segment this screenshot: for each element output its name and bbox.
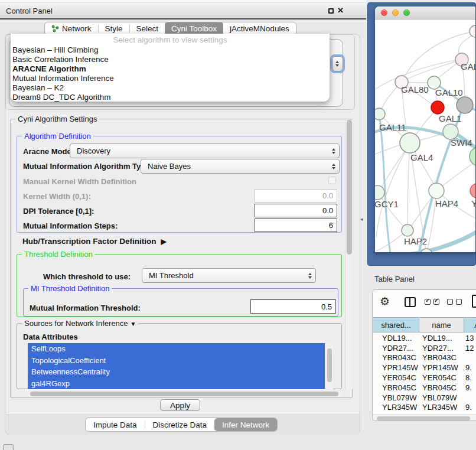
network-svg: GAL2GAL80GAL10GAL1GAL11SWI4GAL4GCY1HAP4Y… [375,19,476,252]
algorithm-option-selected[interactable]: ARACNE Algorithm [11,64,330,74]
split-view-icon[interactable] [405,297,416,307]
network-node-salmon-right[interactable] [470,184,476,198]
algorithm-option[interactable]: Dream8 DC_TDC Algorithm [11,93,330,102]
table-row[interactable]: YBR045CYBR045C9. [373,383,476,393]
attribute-item[interactable]: TopologicalCoefficient [28,355,325,367]
algorithm-option[interactable]: Mutual Information Inference [11,74,330,83]
which-threshold-combo[interactable]: MI Threshold [142,268,316,283]
table-cell: YBR043C [419,353,464,362]
checked-checkbox-icon[interactable] [433,299,439,305]
scrollbar-thumb[interactable] [377,416,470,420]
tab-select[interactable]: Select [130,22,165,35]
data-attributes-list[interactable]: SelfLoops TopologicalCoefficient Between… [28,343,325,390]
mi-threshold-label: Mutual Information Threshold: [30,304,141,312]
gear-icon[interactable]: ⚙ [380,295,390,308]
table-rows: YDL19...YDL19...13YDR27...YDR27...12YBR0… [373,333,476,415]
tab-impute-data[interactable]: Impute Data [86,418,145,431]
dpi-tolerance-field[interactable]: 0.0 [255,204,337,217]
mi-threshold-field[interactable]: 0.5 [250,299,336,314]
network-view-frame[interactable]: GAL2GAL80GAL10GAL1GAL11SWI4GAL4GCY1HAP4Y… [367,2,476,266]
table-cell: YPR145W [373,363,419,372]
tab-jactivemnodules[interactable]: jActiveMNodules [223,22,296,35]
aracne-mode-combo[interactable]: Discovery [70,144,340,158]
tab-discretize-data[interactable]: Discretize Data [145,418,215,431]
collapse-divider-icon[interactable]: ◂ [360,216,363,222]
algorithm-option[interactable]: Bayesian – Hill Climbing [11,45,330,55]
network-edge [407,143,410,225]
mi-steps-field[interactable]: 6 [255,219,337,232]
minimize-traffic-icon[interactable] [392,9,399,16]
algorithm-definition-group: Algorithm Definition Aracne Mode: Discov… [17,136,342,233]
attribute-item[interactable]: BetweennessCentrality [28,366,325,378]
algorithm-option[interactable]: Bayesian – K2 [11,83,330,93]
tab-infer-network[interactable]: Infer Network [214,418,277,431]
algorithm-option[interactable]: Basic Correlation Inference [11,55,330,64]
network-node-green-right[interactable] [470,147,476,166]
table-row[interactable]: YDL19...YDL19...13 [373,333,476,343]
settings-horizontal-scrollbar[interactable] [28,390,344,397]
settings-vertical-scrollbar[interactable] [345,120,353,389]
table-row[interactable]: YLR345WYLR345W9. [373,403,476,413]
network-node-top-partial[interactable] [470,25,476,37]
mi-type-combo[interactable]: Naive Bayes [141,159,340,174]
expand-right-icon: ▶ [161,237,167,246]
network-node-label: GAL10 [435,87,463,97]
document-icon[interactable] [472,295,476,308]
column-header-name[interactable]: name [419,318,464,332]
scrollbar-thumb[interactable] [30,392,338,396]
table-row[interactable]: YDR27...YDR27...12 [373,343,476,353]
aracne-mode-value: Discovery [77,146,110,155]
table-row[interactable]: YER054CYER054C8. [373,373,476,383]
unchecked-checkbox-icon[interactable] [447,299,453,305]
corner-widget-icon[interactable] [3,444,14,450]
zoom-traffic-icon[interactable] [403,9,410,16]
tab-cyni-toolbox[interactable]: Cyni Toolbox [165,22,223,35]
mi-steps-value: 6 [329,221,333,230]
which-threshold-value: MI Threshold [149,271,194,280]
network-node-GCY1[interactable] [375,185,384,200]
attribute-item[interactable]: SelfLoops [28,343,325,355]
table-panel-title: Table Panel [374,275,415,283]
tab-style[interactable]: Style [99,22,129,35]
algorithm-dropdown-popup: Select algorithm to view settings Bayesi… [11,34,330,102]
sources-title: Sources for Network Inference [24,319,128,328]
network-window-titlebar[interactable] [375,6,476,19]
network-canvas[interactable]: GAL2GAL80GAL10GAL1GAL11SWI4GAL4GCY1HAP4Y… [375,19,476,252]
sources-toggle[interactable]: Sources for Network Inference▼ [22,319,138,328]
unchecked-checkbox-icon[interactable] [456,299,462,305]
scrollbar-thumb[interactable] [327,348,332,382]
tab-network[interactable]: Network [45,22,98,35]
network-node-HAP4[interactable] [429,183,444,198]
table-row[interactable]: YPR145WYPR145W9. [373,363,476,373]
checked-checkbox-icon[interactable] [425,299,431,305]
network-node-HAP2[interactable] [402,224,413,236]
network-node-gray-node[interactable] [457,97,473,113]
apply-button[interactable]: Apply [160,399,200,411]
manual-kernel-label: Manual Kernel Width Definition [23,177,136,186]
attribute-item[interactable]: gal4RGexp [28,378,325,390]
combo-stepper-button[interactable] [332,56,343,71]
column-header-partial[interactable]: A [464,318,476,332]
table-cell: YDR27... [419,344,464,353]
close-icon[interactable]: ✕ [337,6,344,15]
dpi-tolerance-label: DPI Tolerance [0,1]: [23,207,94,216]
aracne-mode-label: Aracne Mode: [23,147,74,156]
table-horizontal-scrollbar[interactable] [373,415,476,421]
network-node-GAL4[interactable] [400,133,420,153]
attributes-scrollbar[interactable] [326,343,333,390]
table-cell: 12 [464,344,474,353]
network-node-GAL11[interactable] [375,108,385,120]
expand-down-icon: ▼ [131,319,136,328]
float-window-icon[interactable] [328,8,334,14]
scrollbar-thumb[interactable] [347,120,352,255]
table-row[interactable]: YBR043CYBR043C [373,353,476,363]
column-header-shared-name[interactable]: shared... [373,318,419,332]
table-cell: YPR145W [419,363,464,372]
network-node-GAL1[interactable] [431,101,444,114]
manual-kernel-checkbox[interactable] [328,177,336,184]
hub-definition-toggle[interactable]: Hub/Transcription Factor Definition▶ [22,237,167,246]
table-cell: 9. [464,383,472,392]
table-row[interactable]: YBL079WYBL079W [373,393,476,403]
network-edge [375,144,402,154]
close-traffic-icon[interactable] [381,9,387,16]
